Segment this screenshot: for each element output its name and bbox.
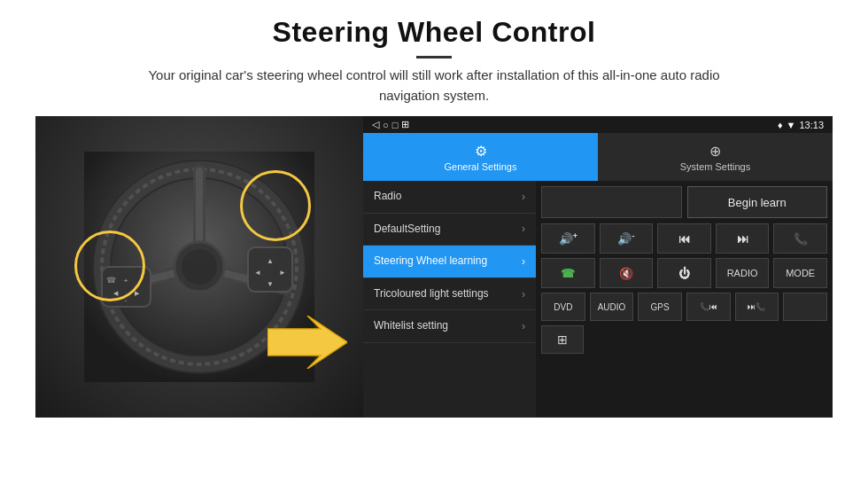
- tab-general-settings[interactable]: ⚙ General Settings: [363, 133, 598, 181]
- empty-input-box: [541, 186, 682, 218]
- arrow-indicator: [267, 316, 347, 372]
- time-display: 13:13: [799, 120, 824, 130]
- menu-item-default-label: DefaultSetting: [374, 223, 440, 237]
- svg-text:►: ►: [279, 269, 286, 277]
- menu-item-radio-label: Radio: [374, 190, 401, 204]
- controls-row-1: 🔊+ 🔊- ⏮ ⏭ 📞: [541, 223, 827, 254]
- mute-icon: 🔇: [619, 267, 633, 280]
- system-tab-label: System Settings: [680, 161, 750, 172]
- answer-icon: ☎: [561, 267, 575, 280]
- page-wrapper: Steering Wheel Control Your original car…: [0, 0, 868, 426]
- phone-icon: 📞: [794, 232, 808, 246]
- mode-button[interactable]: MODE: [773, 258, 827, 288]
- chevron-icon-tricoloured: ›: [522, 288, 525, 301]
- dvd-button[interactable]: DVD: [541, 293, 585, 321]
- chevron-icon-default: ›: [522, 223, 525, 235]
- menu-item-tricoloured-label: Tricoloured light settings: [374, 287, 489, 301]
- prev-track-icon: ⏮: [678, 232, 690, 246]
- power-icon: ⏻: [678, 267, 690, 280]
- vol-up-button[interactable]: 🔊+: [541, 223, 595, 254]
- prev-track-button[interactable]: ⏮: [657, 223, 711, 254]
- gps-label: GPS: [651, 302, 670, 312]
- status-bar: ◁ ○ □ ⊞ ♦ ▼ 13:13: [363, 116, 833, 133]
- audio-button[interactable]: AUDIO: [590, 293, 634, 321]
- car-image-section: + ◀ ▶ - ☎ ▲ ▼ ◄ ►: [35, 116, 363, 418]
- menu-item-tricoloured[interactable]: Tricoloured light settings ›: [363, 278, 536, 311]
- chevron-icon-whitelist: ›: [522, 320, 525, 332]
- phone-button[interactable]: 📞: [773, 223, 827, 254]
- top-controls-row: Begin learn: [541, 186, 827, 218]
- skip-button[interactable]: ⏭📞: [735, 293, 779, 321]
- menu-item-default[interactable]: DefaultSetting ›: [363, 214, 536, 246]
- nav-buttons: ◁ ○ □ ⊞: [372, 119, 409, 130]
- menu-content: Radio › DefaultSetting › Steering Wheel …: [363, 181, 833, 418]
- status-right: ♦ ▼ 13:13: [778, 120, 824, 130]
- skip-icon: ⏭📞: [748, 302, 765, 311]
- svg-text:▲: ▲: [267, 257, 274, 265]
- svg-marker-23: [267, 316, 347, 369]
- svg-text:▼: ▼: [267, 280, 274, 288]
- menu-item-radio[interactable]: Radio ›: [363, 181, 536, 214]
- location-icon: ♦: [778, 120, 783, 130]
- audio-label: AUDIO: [598, 302, 626, 312]
- menu-item-steering[interactable]: Steering Wheel learning ›: [363, 246, 536, 278]
- controls-row-4: ⊞: [541, 325, 827, 354]
- title-section: Steering Wheel Control Your original car…: [35, 16, 833, 105]
- grid-icon[interactable]: ⊞: [401, 119, 409, 130]
- controls-row-3: DVD AUDIO GPS 📞⏮ ⏭📞: [541, 293, 827, 321]
- power-button[interactable]: ⏻: [657, 258, 711, 288]
- menu-item-steering-label: Steering Wheel learning: [374, 254, 487, 269]
- mode-label: MODE: [786, 268, 815, 278]
- recents-icon[interactable]: □: [392, 120, 399, 130]
- vol-up-icon: 🔊+: [559, 231, 577, 246]
- menu-item-whitelist-label: Whitelist setting: [374, 319, 448, 333]
- mute-button[interactable]: 🔇: [600, 258, 654, 288]
- back-icon[interactable]: ◁: [372, 119, 379, 130]
- gps-button[interactable]: GPS: [638, 293, 682, 321]
- extra-button[interactable]: [783, 293, 827, 321]
- tab-system-settings[interactable]: ⊕ System Settings: [598, 133, 833, 181]
- vol-down-button[interactable]: 🔊-: [600, 223, 654, 254]
- begin-learn-button[interactable]: Begin learn: [687, 186, 828, 218]
- page-title: Steering Wheel Control: [35, 16, 833, 49]
- title-divider: [416, 56, 452, 59]
- radio-label: RADIO: [727, 268, 758, 278]
- dvd-label: DVD: [554, 302, 572, 312]
- controls-panel: Begin learn 🔊+ 🔊- ⏮: [536, 181, 833, 418]
- menu-item-whitelist[interactable]: Whitelist setting ›: [363, 310, 536, 343]
- svg-text:◄: ◄: [254, 269, 261, 277]
- highlight-circle-right: [240, 170, 311, 241]
- content-area: + ◀ ▶ - ☎ ▲ ▼ ◄ ►: [35, 116, 833, 418]
- menu-list: Radio › DefaultSetting › Steering Wheel …: [363, 181, 536, 418]
- home-icon[interactable]: ○: [383, 120, 389, 130]
- settings-tabs: ⚙ General Settings ⊕ System Settings: [363, 133, 833, 181]
- chevron-icon-steering: ›: [522, 255, 525, 268]
- answer-button[interactable]: ☎: [541, 258, 595, 288]
- gear-icon: ⚙: [475, 143, 487, 160]
- next-track-icon: ⏭: [737, 232, 748, 246]
- radio-btn[interactable]: RADIO: [716, 258, 770, 288]
- vol-down-icon: 🔊-: [617, 231, 634, 246]
- next-track-button[interactable]: ⏭: [716, 223, 770, 254]
- phone-prev-icon: 📞⏮: [700, 302, 717, 311]
- begin-learn-label: Begin learn: [728, 196, 787, 209]
- menu-icon-button[interactable]: ⊞: [541, 325, 584, 354]
- car-image-bg: + ◀ ▶ - ☎ ▲ ▼ ◄ ►: [35, 116, 363, 418]
- system-icon: ⊕: [709, 143, 721, 160]
- general-tab-label: General Settings: [445, 161, 517, 172]
- controls-row-2: ☎ 🔇 ⏻ RADIO MODE: [541, 258, 827, 288]
- menu-grid-icon: ⊞: [557, 332, 568, 347]
- wifi-icon: ▼: [787, 120, 796, 130]
- android-ui: ◁ ○ □ ⊞ ♦ ▼ 13:13 ⚙ General Settings: [363, 116, 833, 418]
- phone-prev-button[interactable]: 📞⏮: [686, 293, 731, 321]
- svg-point-11: [182, 249, 217, 285]
- chevron-icon-radio: ›: [522, 191, 525, 203]
- subtitle: Your original car's steering wheel contr…: [124, 66, 744, 105]
